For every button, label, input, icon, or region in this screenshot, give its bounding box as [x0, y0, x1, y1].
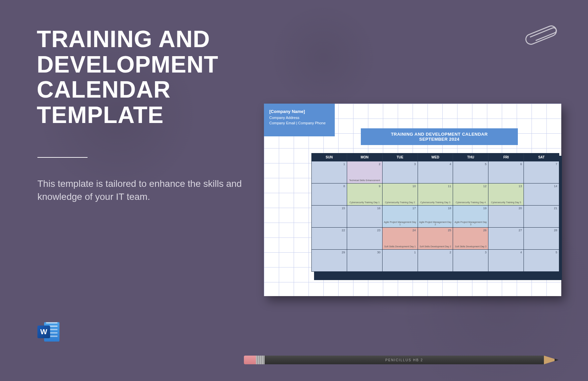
calendar-cell: 23: [347, 227, 383, 249]
calendar-cell: 5: [453, 161, 488, 183]
calendar-cell: 6: [488, 161, 524, 183]
calendar-cell: 15: [312, 205, 347, 227]
day-number: 9: [379, 184, 381, 188]
day-number: 12: [483, 184, 486, 188]
calendar-cell: 27: [488, 227, 524, 249]
hero-subtitle: This template is tailored to enhance the…: [37, 177, 255, 203]
word-icon: W: [37, 321, 59, 343]
day-number: 2: [379, 162, 381, 166]
calendar-cell: 28: [524, 227, 559, 249]
calendar-row: 89Cybersecurity Training Day 110Cybersec…: [312, 183, 559, 205]
calendar-row: 293012345: [312, 249, 559, 271]
day-number: 18: [448, 207, 451, 210]
calendar-cell: 17Agile Project Management Day 1: [383, 205, 418, 227]
calendar-banner: TRAINING AND DEVELOPMENT CALENDAR SEPTEM…: [361, 128, 518, 145]
day-header: THU: [453, 153, 488, 161]
calendar-cell: 22: [312, 227, 347, 249]
event-label: Soft Skills Development Day 1: [384, 245, 416, 248]
day-number: 1: [343, 162, 345, 166]
calendar-row: 12Technical Skills Enhancement34567: [312, 161, 559, 183]
banner-line1: TRAINING AND DEVELOPMENT CALENDAR: [361, 132, 518, 137]
calendar-cell: 7: [524, 161, 559, 183]
template-preview: [Company Name] Company Address Company E…: [264, 104, 561, 296]
day-number: 3: [414, 162, 416, 166]
calendar-cell: 21: [524, 205, 559, 227]
calendar-cell: 4: [488, 249, 524, 271]
calendar-cell: 3: [453, 249, 488, 271]
calendar-cell: 12Cybersecurity Training Day 4: [453, 183, 488, 205]
calendar-cell: 2Technical Skills Enhancement: [347, 161, 383, 183]
day-number: 4: [449, 162, 451, 166]
event-label: Cybersecurity Training Day 4: [454, 201, 487, 204]
day-header: WED: [418, 153, 453, 161]
event-label: Cybersecurity Training Day 3: [419, 201, 452, 204]
day-number: 28: [554, 229, 557, 232]
calendar-cell: 8: [312, 183, 347, 205]
event-label: Agile Project Management Day 2: [419, 221, 452, 226]
company-contact: Company Email | Company Phone: [269, 120, 329, 126]
day-number: 19: [483, 207, 486, 210]
day-number: 13: [519, 184, 522, 188]
day-number: 25: [448, 229, 451, 232]
day-number: 24: [413, 229, 416, 232]
event-label: Soft Skills Development Day 2: [419, 245, 452, 248]
event-label: Cybersecurity Training Day 1: [348, 201, 381, 204]
calendar-cell: 18Agile Project Management Day 2: [418, 205, 453, 227]
calendar-cell: 19Agile Project Management Day 3: [453, 205, 488, 227]
day-number: 21: [554, 207, 557, 210]
day-header: MON: [347, 153, 383, 161]
event-label: Cybersecurity Training Day 5: [490, 201, 522, 204]
calendar-cell: 11Cybersecurity Training Day 3: [418, 183, 453, 205]
day-number: 11: [448, 184, 451, 188]
day-number: 23: [377, 229, 381, 232]
company-name: [Company Name]: [269, 108, 329, 115]
day-header: FRI: [488, 153, 524, 161]
event-label: Agile Project Management Day 3: [454, 221, 487, 226]
day-number: 30: [377, 251, 381, 254]
day-number: 29: [342, 251, 345, 254]
day-header: SUN: [312, 153, 347, 161]
event-label: Technical Skills Enhancement: [348, 179, 381, 182]
pencil-icon: PENICILLUS HB 2: [244, 356, 558, 364]
divider: [37, 157, 88, 158]
calendar: SUNMONTUEWEDTHUFRISAT 12Technical Skills…: [311, 153, 559, 272]
day-number: 2: [449, 251, 451, 254]
calendar-row: 222324Soft Skills Development Day 125Sof…: [312, 227, 559, 249]
calendar-cell: 2: [418, 249, 453, 271]
banner-line2: SEPTEMBER 2024: [361, 137, 518, 142]
day-number: 3: [485, 251, 486, 254]
calendar-cell: 13Cybersecurity Training Day 5: [488, 183, 524, 205]
day-number: 16: [377, 207, 381, 210]
event-label: Cybersecurity Training Day 2: [384, 201, 416, 204]
day-number: 7: [556, 162, 557, 166]
event-label: Agile Project Management Day 1: [384, 221, 416, 226]
calendar-cell: 29: [312, 249, 347, 271]
day-number: 15: [342, 207, 345, 210]
day-number: 20: [519, 207, 522, 210]
pencil-label: PENICILLUS HB 2: [265, 356, 544, 364]
day-number: 6: [520, 162, 522, 166]
calendar-cell: 10Cybersecurity Training Day 2: [383, 183, 418, 205]
event-label: Soft Skills Development Day 3: [454, 245, 487, 248]
calendar-cell: 14: [524, 183, 559, 205]
day-number: 14: [554, 184, 557, 188]
calendar-cell: 9Cybersecurity Training Day 1: [347, 183, 383, 205]
hero-title: TRAINING ANDDEVELOPMENTCALENDARTEMPLATE: [37, 27, 218, 128]
day-number: 5: [485, 162, 486, 166]
company-address: Company Address: [269, 115, 329, 121]
calendar-row: 151617Agile Project Management Day 118Ag…: [312, 205, 559, 227]
day-number: 27: [519, 229, 522, 232]
calendar-cell: 3: [383, 161, 418, 183]
calendar-cell: 20: [488, 205, 524, 227]
word-icon-letter: W: [37, 326, 50, 338]
day-number: 1: [414, 251, 416, 254]
day-number: 8: [343, 184, 345, 188]
calendar-cell: 4: [418, 161, 453, 183]
day-number: 26: [483, 229, 486, 232]
day-number: 5: [556, 251, 557, 254]
calendar-cell: 24Soft Skills Development Day 1: [383, 227, 418, 249]
calendar-cell: 30: [347, 249, 383, 271]
day-number: 4: [520, 251, 522, 254]
paperclip-icon: [521, 23, 565, 47]
day-header: SAT: [524, 153, 559, 161]
